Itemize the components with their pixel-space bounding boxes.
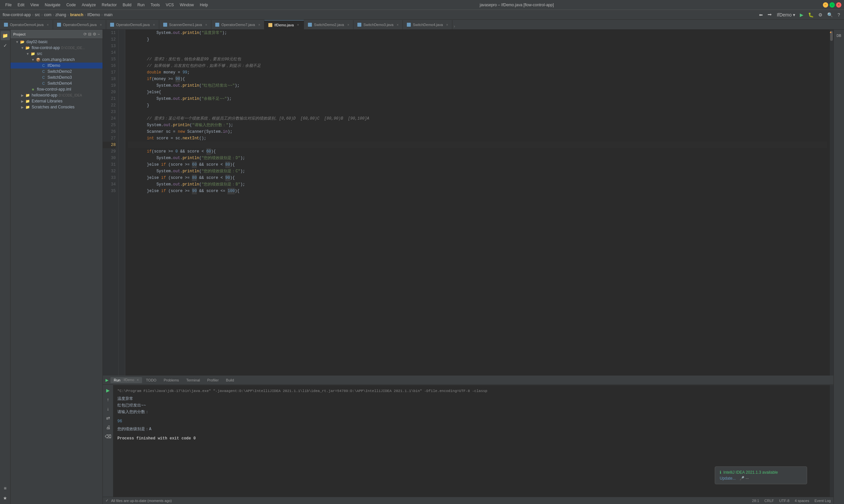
menu-refactor[interactable]: Refactor <box>99 2 119 8</box>
menu-code[interactable]: Code <box>64 2 79 8</box>
tree-switchdemo2[interactable]: C SwitchDemo2 <box>11 69 103 74</box>
nav-forward-button[interactable]: ⮕ <box>766 12 773 18</box>
tab-close-switchdemo4[interactable]: × <box>446 23 448 27</box>
commit-tool-button[interactable]: ✓ <box>1 41 10 50</box>
event-log-button[interactable]: Event Log <box>814 499 831 503</box>
run-wrap-button[interactable]: ⇄ <box>104 414 112 422</box>
title-bar-left: File Edit View Navigate Code Analyze Ref… <box>3 2 211 8</box>
line-col-indicator[interactable]: 28:1 <box>752 499 759 503</box>
help-button[interactable]: ? <box>836 12 841 18</box>
favorites-tool-button[interactable]: ★ <box>1 493 10 503</box>
profiler-tab-button[interactable]: Profiler <box>204 377 222 383</box>
tab-scroll-button[interactable]: › <box>453 23 455 29</box>
maximize-button[interactable]: □ <box>829 2 835 7</box>
todo-tab-button[interactable]: TODO <box>143 377 160 383</box>
tree-switchdemo4[interactable]: C SwitchDemo4 <box>11 80 103 86</box>
notification-update-link[interactable]: Update... <box>720 476 736 481</box>
tab-ifdemo[interactable]: IfDemo.java × <box>264 20 304 29</box>
tab-operatordemo5[interactable]: OperatorDemo5.java × <box>53 20 106 29</box>
tab-switchdemo2[interactable]: SwitchDemo2.java × <box>304 20 354 29</box>
libs-folder-icon: 📁 <box>25 99 30 104</box>
tab-operatordemo6[interactable]: OperatorDemo6.java × <box>106 20 159 29</box>
tab-close-switchdemo2[interactable]: × <box>347 23 349 27</box>
structure-tool-button[interactable]: ≡ <box>1 484 10 493</box>
tree-external-libs[interactable]: ▶ 📁 External Libraries <box>11 98 103 104</box>
menu-file[interactable]: File <box>3 2 14 8</box>
tree-scratches[interactable]: ▶ 📁 Scratches and Consoles <box>11 104 103 110</box>
nav-bar: flow-control-app › src › com › zhang › b… <box>0 10 844 20</box>
tab-close-scannerdemo1[interactable]: × <box>205 23 207 27</box>
run-print-button[interactable]: 🖨 <box>104 423 112 431</box>
breadcrumb-src[interactable]: src <box>35 13 40 17</box>
run-tab-close[interactable]: × <box>137 378 139 382</box>
menu-window[interactable]: Window <box>177 2 196 8</box>
menu-tools[interactable]: Tools <box>148 2 162 8</box>
tree-ifdemo[interactable]: C IfDemo <box>11 62 103 69</box>
breadcrumb-com[interactable]: com <box>44 13 51 17</box>
tree-day02-basic[interactable]: ▼ 📂 day02-basic <box>11 39 103 45</box>
run-button[interactable]: ▶ <box>798 12 805 18</box>
tab-close-operatordemo5[interactable]: × <box>100 23 102 27</box>
menu-view[interactable]: View <box>28 2 41 8</box>
project-tool-button[interactable]: 📁 <box>1 31 10 40</box>
notif-more-icon[interactable]: ··· <box>745 476 749 481</box>
tab-close-ifdemo[interactable]: × <box>297 23 299 27</box>
menu-run[interactable]: Run <box>135 2 148 8</box>
terminal-tab-button[interactable]: Terminal <box>183 377 203 383</box>
tree-helloworld[interactable]: ▶ 📁 helloworld-app D:\CODE_IDEA <box>11 92 103 98</box>
indent-indicator[interactable]: 4 spaces <box>795 499 809 503</box>
settings-button[interactable]: ⚙ <box>817 12 824 18</box>
tree-package[interactable]: ▼ 📦 com.zhang.branch <box>11 57 103 62</box>
menu-edit[interactable]: Edit <box>15 2 27 8</box>
tree-flow-control-app[interactable]: ▼ 📂 flow-control-app D:\CODE_IDE... <box>11 45 103 51</box>
tab-scannerdemo1[interactable]: ScannerDemo1.java × <box>159 20 212 29</box>
breadcrumb-ifdemo[interactable]: IfDemo <box>87 13 100 17</box>
debug-button[interactable]: 🐛 <box>807 12 815 18</box>
close-button[interactable]: × <box>836 2 841 7</box>
tab-operatordemo4[interactable]: OperatorDemo4.java × <box>0 20 53 29</box>
hide-icon[interactable]: − <box>98 32 100 37</box>
code-line-25: System.out.println("请输入您的分数："); <box>128 122 827 128</box>
breadcrumb-branch[interactable]: branch <box>70 13 83 17</box>
menu-navigate[interactable]: Navigate <box>42 2 63 8</box>
problems-tab-button[interactable]: Problems <box>160 377 182 383</box>
search-button[interactable]: 🔍 <box>826 12 834 18</box>
run-tab-button[interactable]: Run : IfDemo × <box>110 377 142 383</box>
editor-scrollbar[interactable]: ▲ <box>829 30 833 376</box>
tree-src[interactable]: ▼ 📁 src <box>11 51 103 57</box>
database-tool-button[interactable]: DB <box>834 31 844 40</box>
tree-switchdemo3[interactable]: C SwitchDemo3 <box>11 74 103 80</box>
collapse-icon[interactable]: ⊟ <box>88 32 91 37</box>
build-tab-button[interactable]: Build <box>223 377 237 383</box>
minimize-button[interactable]: − <box>823 2 828 7</box>
run-down-button[interactable]: ↓ <box>104 405 112 413</box>
tab-switchdemo3[interactable]: SwitchDemo3.java × <box>354 20 403 29</box>
breadcrumb-zhang[interactable]: zhang <box>55 13 66 17</box>
run-clear-button[interactable]: ⌫ <box>104 433 112 440</box>
line-ending-indicator[interactable]: CRLF <box>764 499 774 503</box>
nav-run-config[interactable]: IfDemo ▾ <box>775 12 796 18</box>
tab-close-switchdemo3[interactable]: × <box>397 23 399 27</box>
breadcrumb-main[interactable]: main <box>104 13 113 17</box>
settings-icon[interactable]: ⚙ <box>93 32 96 37</box>
tab-close-operatordemo6[interactable]: × <box>153 23 155 27</box>
tab-operatordemo7[interactable]: OperatorDemo7.java × <box>211 20 264 29</box>
menu-analyze[interactable]: Analyze <box>79 2 99 8</box>
run-play-button[interactable]: ▶ <box>104 386 112 394</box>
java-icon: C <box>41 81 46 86</box>
code-editor[interactable]: System.out.println("温度异常"); } // 需求2：发红包… <box>125 30 829 376</box>
sync-icon[interactable]: ⟳ <box>83 32 87 37</box>
menu-help[interactable]: Help <box>197 2 211 8</box>
vcs-status[interactable]: ✓ <box>105 499 108 503</box>
menu-build[interactable]: Build <box>120 2 134 8</box>
run-up-button[interactable]: ↑ <box>104 396 112 403</box>
encoding-indicator[interactable]: UTF-8 <box>779 499 789 503</box>
tab-switchdemo4[interactable]: SwitchDemo4.java × <box>403 20 452 29</box>
tab-close-operatordemo7[interactable]: × <box>258 23 260 27</box>
tab-close-operatordemo4[interactable]: × <box>47 23 49 27</box>
run-scrollbar[interactable] <box>829 385 833 497</box>
menu-vcs[interactable]: VCS <box>163 2 177 8</box>
nav-back-button[interactable]: ⬅ <box>758 12 764 18</box>
breadcrumb-flow-control-app[interactable]: flow-control-app <box>3 13 31 17</box>
tree-iml[interactable]: ■ flow-control-app.iml <box>11 86 103 92</box>
